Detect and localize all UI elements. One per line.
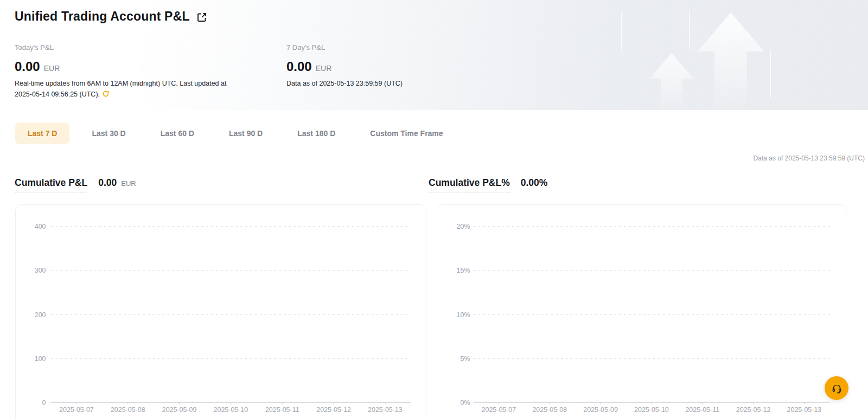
cumulative-pnl-title[interactable]: Cumulative P&L (15, 177, 87, 192)
svg-text:5%: 5% (461, 355, 470, 363)
todays-pnl-currency: EUR (44, 64, 60, 73)
banner-arrows-graphic (597, 0, 868, 110)
page-title: Unified Trading Account P&L (15, 9, 190, 24)
data-asof-text: Data as of 2025-05-13 23:59:59 (UTC) (754, 154, 865, 162)
svg-text:0: 0 (42, 399, 46, 407)
tab-custom-time-frame[interactable]: Custom Time Frame (358, 123, 455, 144)
svg-text:2025-05-11: 2025-05-11 (265, 406, 299, 414)
seven-day-pnl-currency: EUR (316, 64, 332, 73)
cumulative-pnl-pct-value: 0.00% (521, 177, 548, 189)
cumulative-pnl-header: Cumulative P&L 0.00 EUR (15, 177, 136, 192)
tab-last-60d[interactable]: Last 60 D (148, 123, 207, 144)
cumulative-pnl-value: 0.00 (98, 177, 117, 189)
cumulative-pnl-pct-chart: 20%15%10%5%0%2025-05-072025-05-082025-05… (437, 205, 846, 419)
cumulative-pnl-pct-title[interactable]: Cumulative P&L% (429, 177, 510, 192)
svg-text:300: 300 (35, 267, 46, 274)
cumulative-pnl-pct-header: Cumulative P&L% 0.00% (429, 177, 547, 192)
svg-text:200: 200 (35, 311, 46, 319)
cumulative-pnl-pct-chart-panel: 20%15%10%5%0%2025-05-072025-05-082025-05… (437, 204, 846, 419)
svg-text:100: 100 (35, 355, 46, 363)
svg-text:2025-05-08: 2025-05-08 (111, 406, 145, 414)
todays-pnl-label[interactable]: Today's P&L (15, 43, 54, 54)
cumulative-pnl-chart-panel: 40030020010002025-05-072025-05-082025-05… (15, 204, 426, 419)
todays-pnl-value: 0.00 (15, 59, 40, 74)
svg-text:0%: 0% (461, 399, 470, 407)
support-chat-button[interactable] (825, 376, 848, 400)
headset-icon (831, 383, 843, 394)
svg-text:2025-05-12: 2025-05-12 (736, 406, 771, 414)
svg-text:20%: 20% (457, 223, 470, 230)
seven-day-pnl-note: Data as of 2025-05-13 23:59:59 (UTC) (286, 78, 403, 89)
cumulative-pnl-unit: EUR (121, 179, 136, 188)
timeframe-tabs: Last 7 D Last 30 D Last 60 D Last 90 D L… (15, 123, 456, 144)
cumulative-pnl-chart: 40030020010002025-05-072025-05-082025-05… (16, 205, 426, 419)
tab-last-180d[interactable]: Last 180 D (285, 123, 348, 144)
svg-text:2025-05-08: 2025-05-08 (532, 406, 567, 414)
svg-text:2025-05-12: 2025-05-12 (316, 406, 351, 414)
svg-text:2025-05-09: 2025-05-09 (162, 406, 197, 414)
svg-text:2025-05-09: 2025-05-09 (583, 406, 618, 414)
external-link-icon[interactable] (196, 12, 207, 23)
svg-text:10%: 10% (457, 311, 470, 319)
todays-pnl-stat: Today's P&L 0.00 EUR Real-time updates f… (15, 42, 242, 100)
todays-pnl-note-text: Real-time updates from 6AM to 12AM (midn… (15, 80, 226, 98)
seven-day-pnl-value: 0.00 (286, 59, 312, 74)
todays-pnl-note: Real-time updates from 6AM to 12AM (midn… (15, 78, 242, 100)
tab-last-7d[interactable]: Last 7 D (15, 123, 69, 144)
svg-text:2025-05-07: 2025-05-07 (482, 406, 516, 414)
seven-day-pnl-stat: 7 Day's P&L 0.00 EUR Data as of 2025-05-… (286, 42, 403, 89)
tab-last-30d[interactable]: Last 30 D (79, 123, 138, 144)
svg-text:400: 400 (35, 223, 46, 230)
svg-text:2025-05-13: 2025-05-13 (787, 406, 822, 414)
svg-text:2025-05-10: 2025-05-10 (214, 406, 248, 414)
page-header: Unified Trading Account P&L (15, 9, 207, 24)
tab-last-90d[interactable]: Last 90 D (216, 123, 275, 144)
svg-text:2025-05-13: 2025-05-13 (368, 406, 403, 414)
svg-text:2025-05-07: 2025-05-07 (59, 406, 94, 414)
svg-text:15%: 15% (457, 267, 470, 274)
seven-day-pnl-label[interactable]: 7 Day's P&L (286, 43, 325, 54)
svg-text:2025-05-11: 2025-05-11 (685, 406, 719, 414)
svg-text:2025-05-10: 2025-05-10 (634, 406, 669, 414)
refresh-icon[interactable] (102, 90, 110, 98)
